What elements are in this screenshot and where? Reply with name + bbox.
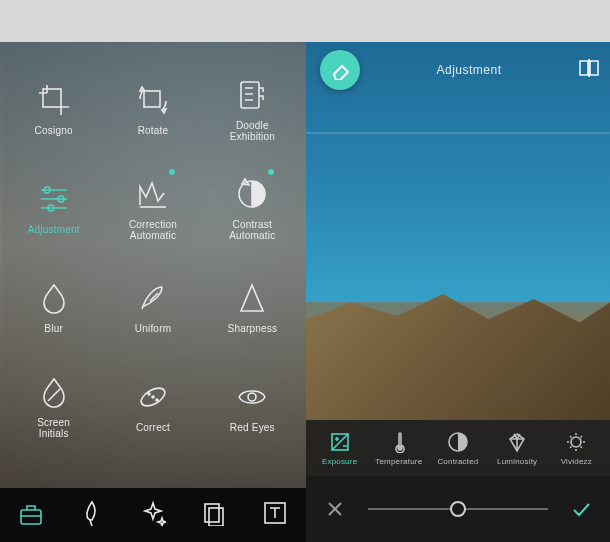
- preview-panel: Adjustment Exposure Temperature Contract…: [306, 42, 610, 542]
- preview-header: Adjustment: [306, 50, 610, 90]
- tools-panel: Cosigno Rotate Doodle Exhibition Adjustm…: [0, 42, 306, 542]
- redeye-tool[interactable]: Red Eyes: [203, 357, 302, 456]
- auto-correct-tool[interactable]: Correction Automatic: [103, 159, 202, 258]
- cancel-button[interactable]: [320, 499, 350, 519]
- diamond-icon: [506, 431, 528, 453]
- compare-icon: [578, 57, 600, 79]
- tool-label: Adjustment: [28, 224, 80, 235]
- adjust-exposure[interactable]: Exposure: [315, 431, 365, 466]
- tool-label: Doodle Exhibition: [230, 120, 275, 142]
- tool-label: Correction Automatic: [129, 219, 177, 241]
- content-area: Cosigno Rotate Doodle Exhibition Adjustm…: [0, 42, 610, 542]
- doodle-icon: [235, 78, 269, 112]
- tool-grid: Cosigno Rotate Doodle Exhibition Adjustm…: [0, 42, 306, 466]
- doodle-tool[interactable]: Doodle Exhibition: [203, 60, 302, 159]
- sliders-icon: [37, 182, 71, 216]
- svg-point-19: [398, 446, 402, 450]
- new-dot-icon: [268, 169, 274, 175]
- tool-label: Blur: [44, 323, 63, 334]
- correct-tool[interactable]: Correct: [103, 357, 202, 456]
- adjust-label: Contracted: [437, 457, 478, 466]
- text-icon: [262, 500, 288, 526]
- rotate-tool[interactable]: Rotate: [103, 60, 202, 159]
- svg-rect-14: [209, 508, 223, 526]
- auto-contrast-tool[interactable]: Contrast Automatic: [203, 159, 302, 258]
- feather-icon: [136, 281, 170, 315]
- svg-point-21: [571, 437, 581, 447]
- close-icon: [325, 499, 345, 519]
- tool-label: Uniform: [135, 323, 171, 334]
- adjust-label: Vividezz: [561, 457, 592, 466]
- slider-thumb[interactable]: [450, 501, 466, 517]
- slider-row: [306, 476, 610, 542]
- contrast-icon: [447, 431, 469, 453]
- adjust-label: Luminosity: [497, 457, 537, 466]
- exposure-icon: [329, 431, 351, 453]
- thermometer-icon: [388, 431, 410, 453]
- crop-icon: [37, 83, 71, 117]
- svg-rect-12: [21, 510, 41, 524]
- crop-tool[interactable]: Cosigno: [4, 60, 103, 159]
- preview-image: [306, 132, 610, 134]
- tab-effects[interactable]: [140, 500, 166, 530]
- sun-icon: [565, 431, 587, 453]
- svg-point-8: [148, 393, 150, 395]
- svg-point-10: [152, 396, 154, 398]
- adjust-temperature[interactable]: Temperature: [374, 431, 424, 466]
- app-root: Cosigno Rotate Doodle Exhibition Adjustm…: [0, 0, 610, 542]
- auto-correct-icon: [136, 177, 170, 211]
- tab-brush[interactable]: [79, 500, 105, 530]
- page-title: Adjustment: [360, 63, 578, 77]
- tool-label: Contrast Automatic: [229, 219, 275, 241]
- brush-icon: [79, 500, 105, 526]
- drop-icon: [37, 375, 71, 409]
- svg-point-11: [248, 393, 256, 401]
- eye-icon: [235, 380, 269, 414]
- uniform-tool[interactable]: Uniform: [103, 258, 202, 357]
- svg-rect-0: [43, 89, 61, 107]
- bottom-tab-bar: [0, 488, 306, 542]
- toolbox-icon: [18, 500, 44, 526]
- status-bar: [0, 0, 610, 42]
- blur-tool[interactable]: Blur: [4, 258, 103, 357]
- tool-label: Red Eyes: [230, 422, 275, 433]
- tab-layers[interactable]: [201, 500, 227, 530]
- adjustment-tabs: Exposure Temperature Contracted Luminosi…: [306, 420, 610, 476]
- patch-icon: [136, 380, 170, 414]
- check-icon: [571, 499, 591, 519]
- sparkle-icon: [140, 500, 166, 526]
- tool-label: Cosigno: [35, 125, 73, 136]
- adjust-vividness[interactable]: Vividezz: [551, 431, 601, 466]
- eraser-icon: [330, 60, 350, 80]
- adjust-label: Exposure: [322, 457, 357, 466]
- tab-text[interactable]: [262, 500, 288, 530]
- tool-label: Rotate: [138, 125, 169, 136]
- undo-button[interactable]: [320, 50, 360, 90]
- adjust-luminosity[interactable]: Luminosity: [492, 431, 542, 466]
- rotate-icon: [136, 83, 170, 117]
- svg-rect-17: [590, 61, 598, 75]
- blur-icon: [37, 281, 71, 315]
- adjust-label: Temperature: [375, 457, 422, 466]
- confirm-button[interactable]: [566, 499, 596, 519]
- layers-icon: [201, 500, 227, 526]
- svg-rect-16: [580, 61, 588, 75]
- adjust-contrast[interactable]: Contracted: [433, 431, 483, 466]
- value-slider[interactable]: [368, 499, 548, 519]
- tool-label: Sharpness: [228, 323, 278, 334]
- tab-toolbox[interactable]: [18, 500, 44, 530]
- tool-label: Correct: [136, 422, 170, 433]
- svg-point-9: [156, 399, 158, 401]
- adjustment-tool[interactable]: Adjustment: [4, 159, 103, 258]
- screen-tool[interactable]: Screen Initials: [4, 357, 103, 456]
- compare-button[interactable]: [578, 57, 600, 83]
- sharpen-icon: [235, 281, 269, 315]
- sharpness-tool[interactable]: Sharpness: [203, 258, 302, 357]
- tool-label: Screen Initials: [37, 417, 70, 439]
- svg-rect-13: [205, 504, 219, 522]
- svg-rect-1: [144, 91, 160, 107]
- auto-contrast-icon: [235, 177, 269, 211]
- new-dot-icon: [169, 169, 175, 175]
- svg-rect-2: [241, 82, 259, 108]
